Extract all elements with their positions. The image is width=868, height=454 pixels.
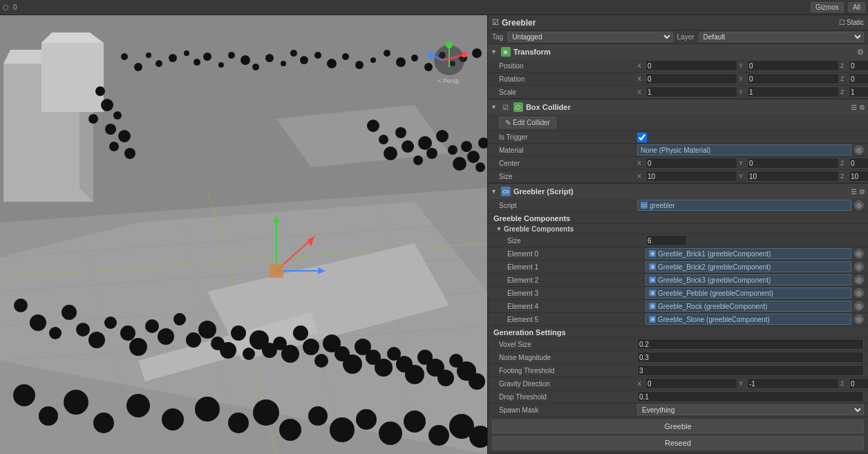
is-trigger-checkbox[interactable] bbox=[637, 133, 647, 142]
position-z-input[interactable] bbox=[849, 60, 868, 71]
gravity-z-label: Z bbox=[840, 380, 847, 387]
gravity-y-label: Y bbox=[739, 380, 746, 387]
script-pick-btn[interactable]: ◎ bbox=[854, 200, 864, 210]
center-z-input[interactable] bbox=[849, 158, 868, 169]
spawn-mask-select[interactable]: Everything bbox=[637, 404, 864, 415]
svg-point-26 bbox=[184, 50, 189, 56]
element-5-pick-btn[interactable]: ◎ bbox=[854, 314, 864, 324]
material-ref[interactable]: None (Physic Material) bbox=[637, 144, 851, 155]
transform-icon: ⊕ bbox=[501, 47, 511, 57]
scale-x-input[interactable] bbox=[645, 86, 737, 97]
layer-dropdown[interactable]: Default bbox=[699, 32, 864, 42]
transform-arrow: ▼ bbox=[491, 48, 497, 55]
rotation-z-input[interactable] bbox=[849, 73, 868, 84]
gravity-direction-label: Gravity Direction bbox=[499, 380, 637, 388]
greeble-components-sub-header[interactable]: ▼ Greeble Components bbox=[488, 224, 868, 234]
svg-point-82 bbox=[145, 319, 159, 333]
element-3-ref[interactable]: ▣ Greeble_Pebble (greebleComponent) bbox=[645, 287, 851, 299]
element-5-ref[interactable]: ▣ Greeble_Stone (greebleComponent) bbox=[645, 314, 851, 325]
element-4-row: Element 4 ▣ Greeble_Rock (greebleCompone… bbox=[488, 300, 868, 313]
material-pick-btn[interactable]: ◎ bbox=[854, 145, 864, 155]
element-1-row: Element 1 ▣ Greeble_Brick2 (greebleCompo… bbox=[488, 261, 868, 274]
gravity-y-input[interactable] bbox=[747, 378, 839, 389]
svg-point-109 bbox=[437, 370, 454, 386]
rotation-y-input[interactable] bbox=[747, 73, 839, 84]
edit-collider-button[interactable]: ✎ Edit Collider bbox=[499, 117, 556, 129]
svg-point-40 bbox=[355, 61, 364, 69]
element-2-dot: ▣ bbox=[649, 276, 656, 283]
script-settings-icon[interactable]: ☰ bbox=[851, 188, 857, 196]
script-ref[interactable]: C# greebler bbox=[637, 200, 851, 211]
svg-point-81 bbox=[129, 338, 147, 356]
rot-z-label: Z bbox=[840, 75, 847, 82]
center-y-input[interactable] bbox=[747, 158, 839, 169]
svg-point-61 bbox=[395, 127, 406, 138]
footing-threshold-input[interactable] bbox=[637, 365, 864, 376]
inspector-scroll-area[interactable]: ☑ Greebler ☐ Static Tag Untagged Layer D… bbox=[488, 15, 868, 454]
svg-point-115 bbox=[64, 390, 88, 415]
svg-point-120 bbox=[228, 413, 249, 433]
collider-settings-icon[interactable]: ☰ bbox=[851, 104, 857, 111]
element-3-pick-btn[interactable]: ◎ bbox=[854, 288, 864, 298]
element-2-pick-btn[interactable]: ◎ bbox=[854, 275, 864, 285]
greeble-button[interactable]: Greeble bbox=[492, 419, 864, 433]
svg-point-64 bbox=[418, 136, 432, 150]
gravity-z-input[interactable] bbox=[849, 378, 868, 389]
rotation-x-input[interactable] bbox=[645, 73, 737, 84]
box-collider-header[interactable]: ▼ ☑ ⬡ Box Collider ☰ ⚙ bbox=[488, 100, 868, 115]
position-y-input[interactable] bbox=[747, 60, 839, 71]
script-title: Greebler (Script) bbox=[513, 187, 848, 196]
tag-dropdown[interactable]: Untagged bbox=[507, 32, 672, 42]
collider-checkbox[interactable]: ☑ bbox=[501, 102, 511, 112]
scale-y-input[interactable] bbox=[747, 86, 839, 97]
svg-point-63 bbox=[413, 155, 423, 165]
object-header: ☑ Greebler ☐ Static bbox=[488, 15, 868, 30]
svg-point-58 bbox=[367, 120, 379, 132]
voxel-size-input[interactable] bbox=[637, 339, 864, 350]
csize-y-input[interactable] bbox=[747, 171, 839, 182]
element-4-ref[interactable]: ▣ Greeble_Rock (greebleComponent) bbox=[645, 301, 851, 312]
all-button[interactable]: All bbox=[848, 2, 865, 12]
noise-magnitude-input[interactable] bbox=[637, 352, 864, 363]
element-4-value: ▣ Greeble_Rock (greebleComponent) ◎ bbox=[645, 301, 864, 312]
svg-point-28 bbox=[203, 53, 211, 61]
object-name: Greebler bbox=[502, 18, 836, 28]
scene-viewport[interactable]: < Persp bbox=[0, 15, 487, 454]
element-0-pick-btn[interactable]: ◎ bbox=[854, 249, 864, 258]
element-2-ref[interactable]: ▣ Greeble_Brick3 (greebleComponent) bbox=[645, 274, 851, 285]
element-4-pick-btn[interactable]: ◎ bbox=[854, 301, 864, 311]
csize-z-input[interactable] bbox=[849, 171, 868, 182]
script-header[interactable]: ▼ C# Greebler (Script) ☰ ⚙ bbox=[488, 184, 868, 199]
csize-x-input[interactable] bbox=[645, 171, 737, 182]
collider-more-icon[interactable]: ⚙ bbox=[859, 104, 865, 111]
svg-point-124 bbox=[330, 417, 355, 442]
static-checkbox[interactable]: ☐ bbox=[839, 19, 845, 26]
element-0-ref[interactable]: ▣ Greeble_Brick1 (greebleComponent) bbox=[645, 248, 851, 259]
script-arrow: ▼ bbox=[491, 188, 497, 195]
position-x-input[interactable] bbox=[645, 60, 737, 71]
element-1-pick-btn[interactable]: ◎ bbox=[854, 262, 864, 272]
svg-point-51 bbox=[101, 99, 113, 111]
greeble-components-title: Greeble Components bbox=[488, 212, 868, 224]
box-collider-title: Box Collider bbox=[526, 103, 848, 111]
script-settings: ☰ ⚙ bbox=[851, 188, 865, 196]
gizmos-button[interactable]: Gizmos bbox=[811, 2, 844, 12]
transform-header[interactable]: ▼ ⊕ Transform ⚙ bbox=[488, 44, 868, 59]
generation-settings-title: Generation Settings bbox=[488, 326, 868, 338]
element-1-ref[interactable]: ▣ Greeble_Brick2 (greebleComponent) bbox=[645, 261, 851, 272]
drop-threshold-input[interactable] bbox=[637, 391, 864, 402]
pos-z-label: Z bbox=[840, 62, 847, 69]
app-icon: ⬡ bbox=[3, 3, 9, 11]
script-more-icon[interactable]: ⚙ bbox=[859, 188, 865, 196]
svg-point-122 bbox=[279, 419, 301, 441]
gravity-x-input[interactable] bbox=[645, 378, 737, 389]
scale-y-item: Y bbox=[739, 86, 839, 97]
scale-z-input[interactable] bbox=[849, 86, 868, 97]
obj-active-checkbox[interactable]: ☑ bbox=[492, 18, 499, 27]
svg-point-73 bbox=[14, 299, 28, 312]
script-field-row: Script C# greebler ◎ bbox=[488, 199, 868, 212]
reseed-button[interactable]: Reseed bbox=[492, 436, 864, 450]
transform-settings-icon[interactable]: ⚙ bbox=[856, 48, 865, 57]
greeble-size-input[interactable] bbox=[645, 235, 687, 246]
center-x-input[interactable] bbox=[645, 158, 737, 169]
